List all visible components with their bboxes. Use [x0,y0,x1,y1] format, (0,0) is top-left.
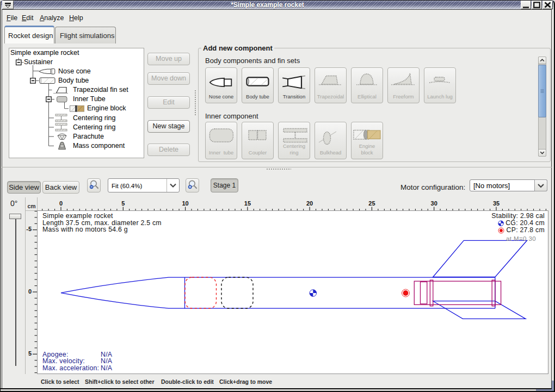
svg-text:Stability: 2.98 cal: Stability: 2.98 cal [491,212,545,220]
svg-text:CG: 20.4 cm: CG: 20.4 cm [505,219,545,227]
svg-text:at M=0.30: at M=0.30 [506,235,536,242]
svg-text:30: 30 [431,200,437,207]
svg-text:N/A: N/A [101,364,113,372]
svg-text:5: 5 [121,200,125,207]
svg-text:cm: cm [28,203,36,209]
svg-text:Mass with no motors 54.6 g: Mass with no motors 54.6 g [42,226,128,233]
svg-text:CP: 27.8 cm: CP: 27.8 cm [507,226,545,234]
svg-text:-5: -5 [26,226,32,232]
svg-text:0: 0 [28,288,32,295]
svg-text:25: 25 [368,200,375,207]
svg-text:10: 10 [182,200,188,207]
svg-text:15: 15 [244,200,251,207]
svg-text:0: 0 [59,200,63,207]
svg-text:35: 35 [493,200,499,207]
svg-text:5: 5 [28,350,32,357]
svg-text:20: 20 [306,200,313,207]
svg-text:Max. acceleration:: Max. acceleration: [42,364,99,372]
